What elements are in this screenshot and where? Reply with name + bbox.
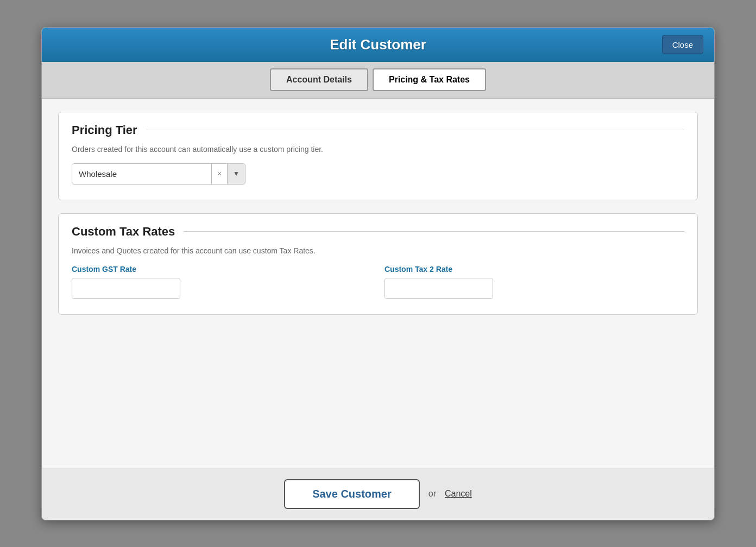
pricing-tier-value: Wholesale — [72, 164, 211, 184]
close-button[interactable]: Close — [662, 35, 703, 54]
gst-rate-input[interactable] — [72, 278, 180, 298]
modal-footer: Save Customer or Cancel — [42, 468, 714, 520]
modal-body: Pricing Tier Orders created for this acc… — [42, 99, 714, 468]
custom-tax-rates-section: Custom Tax Rates Invoices and Quotes cre… — [58, 213, 698, 315]
or-separator: or — [429, 489, 436, 499]
edit-customer-modal: Edit Customer Close Account Details Pric… — [41, 27, 715, 520]
custom-tax-rates-title: Custom Tax Rates — [72, 225, 684, 239]
pricing-tier-select[interactable]: Wholesale × ▼ — [72, 163, 245, 185]
gst-input-wrapper: % — [72, 278, 180, 299]
tax-rates-grid: Custom GST Rate % Custom Tax 2 Rate % — [72, 265, 684, 299]
tax2-input-wrapper: % — [385, 278, 493, 299]
tab-bar: Account Details Pricing & Tax Rates — [42, 62, 714, 99]
tax2-rate-input[interactable] — [385, 278, 493, 298]
cancel-button[interactable]: Cancel — [445, 489, 472, 499]
pricing-tier-clear[interactable]: × — [211, 164, 227, 184]
custom-tax-rates-description: Invoices and Quotes created for this acc… — [72, 246, 684, 255]
modal-header: Edit Customer Close — [42, 28, 714, 62]
pricing-tier-description: Orders created for this account can auto… — [72, 145, 684, 154]
gst-rate-field: Custom GST Rate % — [72, 265, 371, 299]
modal-title: Edit Customer — [330, 36, 426, 53]
save-customer-button[interactable]: Save Customer — [284, 479, 420, 509]
pricing-tier-title: Pricing Tier — [72, 123, 684, 137]
tab-account-details[interactable]: Account Details — [270, 68, 368, 91]
tax2-rate-field: Custom Tax 2 Rate % — [385, 265, 684, 299]
gst-rate-label: Custom GST Rate — [72, 265, 371, 274]
tax2-rate-label: Custom Tax 2 Rate — [385, 265, 684, 274]
tab-pricing-tax-rates[interactable]: Pricing & Tax Rates — [373, 68, 486, 91]
pricing-tier-section: Pricing Tier Orders created for this acc… — [58, 112, 698, 200]
pricing-tier-arrow[interactable]: ▼ — [227, 164, 245, 184]
